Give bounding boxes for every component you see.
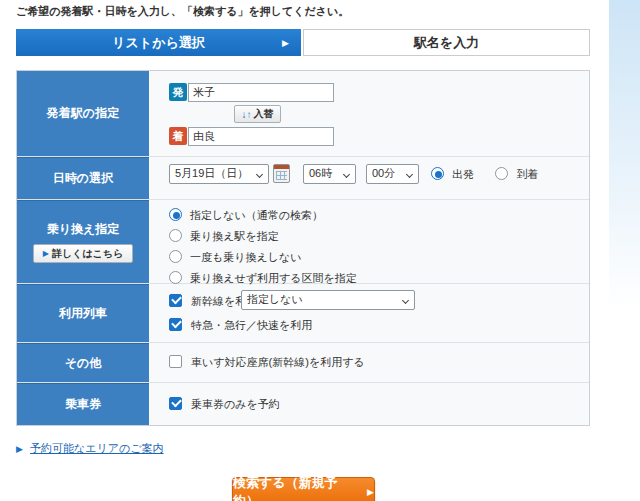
chevron-down-icon xyxy=(402,297,409,304)
detail-arrow-icon: ▶ xyxy=(43,249,49,258)
other-row-label: その他 xyxy=(17,343,149,382)
train-search-page: ご希望の発着駅・日時を入力し、「検索する」を押してください。 リストから選択 ▶… xyxy=(0,0,640,501)
train-type-row: 利用列車 新幹線を利用 指定しない 特急・急行／快速を利用 xyxy=(17,283,589,343)
datetime-row-label: 日時の選択 xyxy=(17,157,149,200)
chevron-down-icon xyxy=(343,170,350,177)
wheelchair-option: 車いす対応座席(新幹線)を利用する xyxy=(169,355,365,370)
transfer-option-specify-station-radio[interactable] xyxy=(169,229,182,242)
search-button-arrow-icon: ▶ xyxy=(367,487,374,497)
page-instruction: ご希望の発着駅・日時を入力し、「検索する」を押してください。 xyxy=(16,4,349,19)
transfer-row: 乗り換え指定 ▶ 詳しくはこちら 指定しない（通常の検索） 乗り換え駅を指定 一 xyxy=(17,199,589,283)
chevron-down-icon xyxy=(406,170,413,177)
station-row-label: 発着駅の指定 xyxy=(17,71,149,156)
departure-badge: 発 xyxy=(169,83,187,101)
transfer-option-specify-station: 乗り換え駅を指定 xyxy=(169,229,279,244)
arrive-time-radio[interactable] xyxy=(495,167,508,180)
departure-station-input[interactable] xyxy=(188,83,334,102)
arrival-station-input[interactable] xyxy=(188,127,334,146)
express-label: 特急・急行／快速を利用 xyxy=(191,319,312,331)
ticket-row-label: 乗車券 xyxy=(17,383,149,425)
chevron-down-icon xyxy=(256,170,263,177)
ticket-row: 乗車券 乗車券のみを予約 xyxy=(17,382,589,425)
other-row: その他 車いす対応座席(新幹線)を利用する xyxy=(17,342,589,382)
link-arrow-icon: ▶ xyxy=(16,444,23,454)
tab-select-from-list-label: リストから選択 xyxy=(112,34,205,52)
tab-enter-station-name-label: 駅名を入力 xyxy=(414,34,479,52)
transfer-row-label: 乗り換え指定 ▶ 詳しくはこちら xyxy=(17,200,149,283)
depart-time-radio[interactable] xyxy=(431,167,444,180)
express-option: 特急・急行／快速を利用 xyxy=(169,318,312,333)
station-row: 発着駅の指定 発 ↓ ↑ 入替 着 xyxy=(17,71,589,156)
transfer-option-none: 指定しない（通常の検索） xyxy=(169,208,323,223)
swap-button-label: 入替 xyxy=(254,107,274,121)
transfer-option-no-transfer: 一度も乗り換えしない xyxy=(169,250,302,265)
depart-time-radio-label: 出発 xyxy=(452,168,474,180)
wheelchair-label: 車いす対応座席(新幹線)を利用する xyxy=(191,356,365,368)
reservable-area-link[interactable]: ▶ 予約可能なエリアのご案内 xyxy=(16,441,164,456)
search-form-table: 発着駅の指定 発 ↓ ↑ 入替 着 日時の選択 5月19日（日） xyxy=(16,70,590,426)
date-select[interactable]: 5月19日（日） xyxy=(169,164,269,184)
calendar-icon[interactable] xyxy=(273,164,290,183)
hour-select[interactable]: 06時 xyxy=(303,164,356,184)
shinkansen-route-select[interactable]: 指定しない xyxy=(241,290,415,310)
transfer-option-no-transfer-radio[interactable] xyxy=(169,250,182,263)
datetime-row: 日時の選択 5月19日（日） 06時 00分 出発 xyxy=(17,156,589,200)
ticket-only-label: 乗車券のみを予約 xyxy=(191,398,280,410)
search-button[interactable]: 検索する（新規予約） ▶ xyxy=(232,477,375,501)
ticket-only-checkbox[interactable] xyxy=(169,397,182,410)
tab-arrow-icon: ▶ xyxy=(282,38,289,48)
tab-enter-station-name[interactable]: 駅名を入力 xyxy=(303,29,590,56)
wheelchair-checkbox[interactable] xyxy=(169,355,182,368)
background-gradient xyxy=(609,0,640,310)
train-type-row-label: 利用列車 xyxy=(17,284,149,343)
swap-stations-button[interactable]: ↓ ↑ 入替 xyxy=(234,105,281,123)
transfer-option-none-radio[interactable] xyxy=(169,208,182,221)
swap-arrow-up-icon: ↑ xyxy=(247,109,252,120)
shinkansen-checkbox[interactable] xyxy=(169,294,182,307)
express-checkbox[interactable] xyxy=(169,318,182,331)
minute-select[interactable]: 00分 xyxy=(366,164,419,184)
arrive-time-radio-label: 到着 xyxy=(516,168,538,180)
transfer-option-section-radio[interactable] xyxy=(169,271,182,284)
tab-select-from-list[interactable]: リストから選択 ▶ xyxy=(16,29,301,56)
arrival-badge: 着 xyxy=(169,127,187,145)
ticket-only-option: 乗車券のみを予約 xyxy=(169,397,280,412)
transfer-details-button[interactable]: ▶ 詳しくはこちら xyxy=(33,244,133,263)
